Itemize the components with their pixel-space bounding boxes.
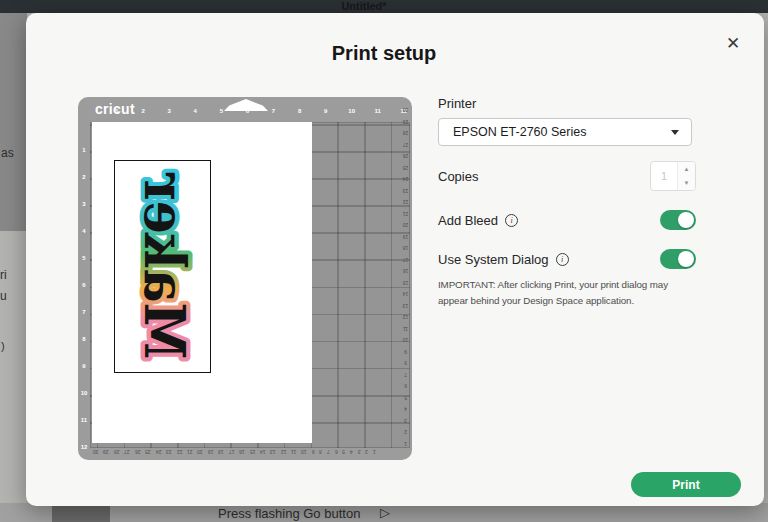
- copies-stepper-buttons: ▲ ▼: [677, 162, 695, 190]
- printer-label: Printer: [438, 96, 696, 111]
- use-system-dialog-toggle[interactable]: [660, 249, 696, 269]
- ruler-number: 2: [78, 169, 90, 185]
- ruler-number: 17: [229, 449, 235, 455]
- ruler-number: 9: [78, 358, 90, 374]
- ruler-number: 2: [365, 449, 368, 455]
- info-icon[interactable]: i: [556, 253, 569, 266]
- ruler-number: 28: [114, 449, 120, 455]
- ruler-number: 9: [399, 346, 412, 357]
- ruler-number: 7: [327, 449, 330, 455]
- ruler-number: 14: [399, 288, 412, 299]
- ruler-number: 11: [291, 449, 296, 455]
- ruler-number: 1: [109, 108, 125, 114]
- ruler-number: 29: [103, 449, 109, 455]
- ruler-number: 11: [399, 323, 412, 334]
- printer-select[interactable]: EPSON ET-2760 Series: [438, 118, 692, 146]
- ruler-number: 18: [218, 449, 224, 455]
- ruler-number: 7: [78, 304, 90, 320]
- ruler-number: 5: [342, 449, 345, 455]
- ruler-number: 8: [78, 331, 90, 347]
- ruler-number: 6: [399, 380, 412, 391]
- ruler-number: 7: [265, 108, 281, 114]
- ruler-number: 18: [399, 242, 412, 253]
- ruler-number: 3: [358, 449, 361, 455]
- ruler-number: 11: [78, 412, 90, 428]
- ruler-number: 24: [156, 449, 162, 455]
- ruler-number: 4: [350, 449, 353, 455]
- ruler-number: 9: [312, 449, 315, 455]
- ruler-number: 12: [78, 439, 90, 455]
- mat-ruler-top: 123456789101112: [109, 108, 412, 114]
- mat-ruler-bottom-cm: 3029282726252423222120191817161514131211…: [93, 448, 376, 456]
- ruler-number: 17: [399, 254, 412, 265]
- toggle-knob: [678, 212, 694, 228]
- ruler-number: 6: [335, 449, 338, 455]
- ruler-number: 26: [135, 449, 141, 455]
- ruler-number: 23: [166, 449, 172, 455]
- settings-panel: Printer EPSON ET-2760 Series Copies 1 ▲ …: [438, 96, 696, 309]
- ruler-number: 10: [399, 334, 412, 345]
- ruler-number: 13: [399, 300, 412, 311]
- ruler-number: 25: [145, 449, 151, 455]
- design-bounding-box: Maker: [114, 160, 211, 373]
- copies-value: 1: [651, 162, 677, 190]
- ruler-number: 5: [213, 108, 229, 114]
- ruler-number: 4: [78, 223, 90, 239]
- ruler-number: 7: [399, 369, 412, 380]
- ruler-number: 3: [78, 196, 90, 212]
- print-paper: Maker: [92, 122, 312, 443]
- print-setup-dialog: ✕ Print setup cricut 123456789101112 123…: [26, 13, 764, 506]
- ruler-number: 22: [399, 196, 412, 207]
- copies-stepper[interactable]: 1 ▲ ▼: [650, 161, 696, 191]
- copies-label: Copies: [438, 169, 478, 184]
- design-svg: Maker: [115, 161, 210, 372]
- screen: Untitled* as ri u ) Press flashing Go bu…: [0, 0, 768, 522]
- ruler-number: 27: [124, 449, 130, 455]
- copies-decrement-icon[interactable]: ▼: [678, 176, 695, 190]
- ruler-number: 30: [93, 449, 99, 455]
- close-icon[interactable]: ✕: [720, 31, 746, 57]
- ruler-number: 4: [399, 403, 412, 414]
- info-icon[interactable]: i: [505, 214, 518, 227]
- ruler-number: 23: [399, 185, 412, 196]
- copies-row: Copies 1 ▲ ▼: [438, 161, 696, 191]
- ruler-number: 15: [250, 449, 256, 455]
- add-bleed-label: Add Bleed: [438, 213, 498, 228]
- print-button[interactable]: Print: [631, 472, 741, 497]
- ruler-number: 2: [135, 108, 151, 114]
- ruler-number: 20: [197, 449, 203, 455]
- ruler-number: 16: [399, 265, 412, 276]
- ruler-number: 30: [399, 104, 412, 115]
- ruler-number: 14: [260, 449, 266, 455]
- ruler-number: 10: [78, 385, 90, 401]
- ruler-number: 1: [399, 438, 412, 449]
- ruler-number: 8: [399, 357, 412, 368]
- copies-increment-icon[interactable]: ▲: [678, 162, 695, 176]
- ruler-number: 27: [399, 139, 412, 150]
- use-system-dialog-label: Use System Dialog: [438, 252, 549, 267]
- ruler-number: 8: [319, 449, 322, 455]
- ruler-number: 21: [187, 449, 193, 455]
- mat-ruler-right-cm: 3029282726252423222120191817161514131211…: [399, 104, 412, 449]
- ruler-number: 15: [399, 277, 412, 288]
- ruler-number: 5: [399, 392, 412, 403]
- ruler-number: 29: [399, 116, 412, 127]
- add-bleed-toggle[interactable]: [660, 210, 696, 230]
- ruler-number: 11: [370, 108, 386, 114]
- ruler-number: 9: [318, 108, 334, 114]
- ruler-number: 19: [399, 231, 412, 242]
- ruler-number: 24: [399, 173, 412, 184]
- ruler-number: 26: [399, 150, 412, 161]
- ruler-number: 5: [78, 250, 90, 266]
- ruler-number: 21: [399, 208, 412, 219]
- ruler-number: 6: [78, 277, 90, 293]
- toggle-knob: [678, 251, 694, 267]
- ruler-number: 10: [301, 449, 307, 455]
- ruler-number: 25: [399, 162, 412, 173]
- ruler-number: 12: [281, 449, 287, 455]
- ruler-number: 1: [78, 142, 90, 158]
- use-system-dialog-label-group: Use System Dialog i: [438, 252, 569, 267]
- ruler-number: 19: [208, 449, 214, 455]
- ruler-number: 10: [344, 108, 360, 114]
- dialog-title: Print setup: [26, 42, 742, 65]
